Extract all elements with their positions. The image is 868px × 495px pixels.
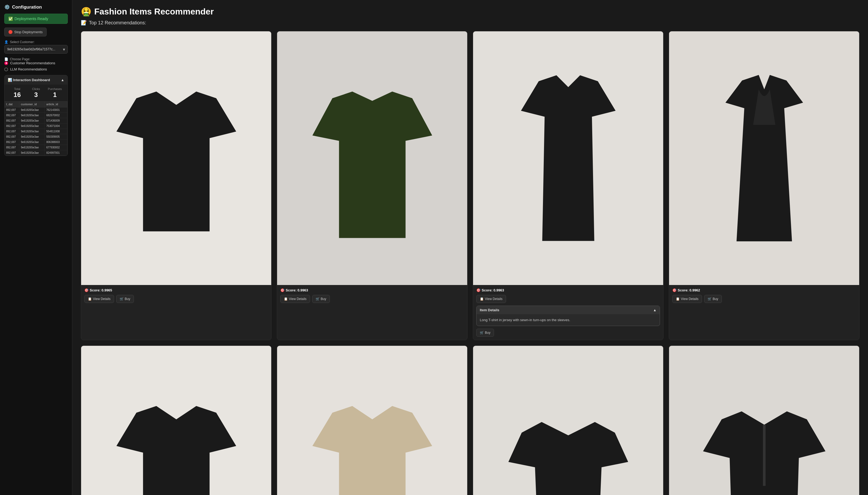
llm-recs-label: LLM Recommendations [10,67,47,71]
table-cell: 762143001 [45,107,68,113]
view-label: View Details [681,297,698,301]
view-label: View Details [485,297,502,301]
buy-label: Buy [321,297,326,301]
product-card: 🎯 Score: 0.9963 📋 View Details Item Deta… [473,31,663,340]
interaction-table: t_dat customer_id article_id in 892,6979… [4,102,68,156]
choose-page-label: 📄 Choose Page: [4,57,68,61]
buy-button[interactable]: 🛒 Buy [116,295,134,303]
buy-label: Buy [713,297,718,301]
score-line: 🎯 Score: 0.9965 [84,288,268,292]
table-cell: 892,697 [4,134,19,139]
item-details-body: Long T-shirt in jersey with sewn-in turn… [477,314,660,326]
radio-dot-llm [4,68,8,71]
score-icon: 🎯 [476,288,481,292]
buy-button[interactable]: 🛒 Buy [312,295,330,303]
radio-llm-recommendations[interactable]: LLM Recommendations [4,67,68,71]
dashboard-icon: 📊 [8,78,12,82]
product-card: 🎯 Score: 0.9961 📋 View Details 🛒 Buy [81,345,271,495]
customer-select-wrapper: 9e619265e3ae0d2ef96a71577c... [4,45,68,54]
table-cell: 892,697 [4,139,19,144]
interaction-dashboard: 📊 Interaction Dashboard ▲ Total 16 Click… [4,75,68,156]
table-cell: 892,697 [4,129,19,134]
view-details-button[interactable]: 📋 View Details [84,295,114,303]
table-cell: 892,697 [4,123,19,129]
product-info: 🎯 Score: 0.9965 📋 View Details 🛒 Buy [81,285,271,306]
table-cell: 9e619265e3ae [19,145,45,150]
score-icon: 🎯 [672,288,677,292]
gear-icon: ⚙️ [4,4,10,10]
collapse-icon: ▲ [61,78,64,82]
subtitle-icon: 📝 [81,20,87,26]
view-details-button[interactable]: 📋 View Details [476,295,506,303]
action-buttons: 📋 View Details 🛒 Buy [280,295,464,303]
product-info: 🎯 Score: 0.9963 📋 View Details 🛒 Buy [277,285,467,306]
product-image [473,31,663,285]
score-line: 🎯 Score: 0.9963 [280,288,464,292]
product-image [669,31,859,285]
view-icon: 📋 [676,297,680,301]
table-header: t_dat customer_id article_id in [4,102,68,107]
stat-total-value: 16 [8,91,26,99]
dashboard-title-text: Interaction Dashboard [13,78,50,82]
person-icon: 👤 [4,40,8,44]
stat-clicks: Clicks 3 [26,87,45,99]
table-cell: 9e619265e3ae [19,129,45,134]
score-icon: 🎯 [84,288,89,292]
table-row: 892,6979e619265e3ae762143001ig [4,107,68,113]
table-cell: 806388003 [45,139,68,144]
check-icon: ✅ [8,17,13,21]
title-text: Fashion Items Recommender [94,7,214,17]
col-tdat: t_dat [4,102,19,107]
view-icon: 📋 [284,297,288,301]
view-details-button[interactable]: 📋 View Details [280,295,310,303]
section-subtitle: 📝 Top 12 Recommendations: [81,20,860,26]
dashboard-header[interactable]: 📊 Interaction Dashboard ▲ [4,75,68,85]
stat-purchases: Purchases 1 [46,87,64,99]
cart-icon: 🛒 [316,297,320,301]
customer-select[interactable]: 9e619265e3ae0d2ef96a71577c... [4,45,68,54]
view-details-button[interactable]: 📋 View Details [672,295,702,303]
table-cell: 892,697 [4,107,19,113]
radio-customer-recommendations[interactable]: Customer Recommendations [4,61,68,65]
table-cell: 9e619265e3ae [19,150,45,155]
deployments-ready-button[interactable]: ✅ Deployments Ready [4,14,68,24]
product-info: 🎯 Score: 0.9963 📋 View Details Item Deta… [473,285,663,340]
title-icon: 🤮 [81,6,92,17]
table-row: 892,6979e619265e3ae554811008ig [4,129,68,134]
item-details-text: Long T-shirt in jersey with sewn-in turn… [480,318,570,322]
table-cell: 824997001 [45,150,68,155]
stop-deployments-button[interactable]: 🛑 Stop Deployments [4,28,47,36]
score-icon: 🎯 [280,288,285,292]
item-details-panel: Item Details ▲ Long T-shirt in jersey wi… [476,306,660,326]
stop-icon: 🛑 [8,30,13,34]
table-row: 892,6979e619265e3ae806388003ig [4,139,68,145]
sidebar: ⚙️ Configuration ✅ Deployments Ready 🛑 S… [0,0,72,495]
stat-purchases-label: Purchases [46,87,64,90]
table-cell: 9e619265e3ae [19,123,45,129]
stat-clicks-value: 3 [26,91,45,99]
product-card: 🎯 Score: 0.9958 📋 View Details 🛒 Buy [669,345,860,495]
cart-icon-2: 🛒 [480,331,484,335]
table-cell: 9e619265e3ae [19,139,45,144]
table-row: 892,6979e619265e3ae677930002ig [4,145,68,150]
stat-purchases-value: 1 [46,91,64,99]
item-details-header[interactable]: Item Details ▲ [477,306,660,314]
view-icon: 📋 [480,297,484,301]
choose-page-section: 📄 Choose Page: Customer Recommendations … [4,57,68,71]
table-cell: 9e619265e3ae [19,107,45,113]
table-cell: 571436009 [45,118,68,123]
buy-button-below-details[interactable]: 🛒 Buy [476,329,494,337]
view-label: View Details [93,297,110,301]
sidebar-title: ⚙️ Configuration [4,4,68,10]
product-card: 🎯 Score: 0.9965 📋 View Details 🛒 Buy [81,31,271,340]
product-image [81,31,271,285]
action-buttons: 📋 View Details 🛒 Buy [672,295,856,303]
stat-clicks-label: Clicks [26,87,45,90]
product-info: 🎯 Score: 0.9962 📋 View Details 🛒 Buy [669,285,859,306]
customer-recs-label: Customer Recommendations [10,61,55,65]
buy-button[interactable]: 🛒 Buy [704,295,722,303]
product-card: 🎯 Score: 0.9959 📋 View Details 🛒 Buy [473,345,663,495]
stop-deployments-label: Stop Deployments [14,30,42,34]
subtitle-text: Top 12 Recommendations: [89,20,146,26]
table-row: 892,6979e619265e3ae824997001ig [4,150,68,156]
